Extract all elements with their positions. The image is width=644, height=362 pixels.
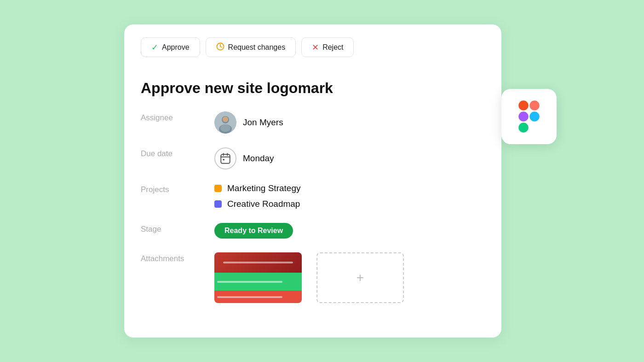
action-bar: ✓ Approve Request changes ✕ Reject	[124, 24, 501, 66]
svg-point-5	[220, 124, 230, 132]
due-date-text: Monday	[243, 153, 274, 163]
thumb-line-3	[217, 296, 282, 298]
approve-label: Approve	[162, 43, 190, 52]
stage-row: Stage Ready to Review	[141, 223, 485, 239]
assignee-row: Assignee	[141, 111, 485, 134]
svg-rect-12	[529, 100, 539, 110]
thumb-line-2	[217, 281, 282, 283]
add-icon: +	[356, 270, 364, 285]
request-changes-label: Request changes	[228, 43, 286, 52]
reject-label: Reject	[322, 43, 343, 52]
reject-button[interactable]: ✕ Reject	[301, 37, 354, 57]
stage-badge[interactable]: Ready to Review	[214, 223, 293, 239]
thumb-mid	[214, 273, 302, 291]
project-name-marketing: Marketing Strategy	[227, 183, 300, 193]
due-date-row: Due date Monday	[141, 147, 485, 169]
project-item-creative: Creative Roadmap	[214, 199, 300, 209]
reject-icon: ✕	[312, 43, 319, 52]
svg-rect-10	[223, 159, 224, 160]
request-changes-button[interactable]: Request changes	[206, 37, 296, 57]
thumb-top	[214, 252, 302, 273]
approve-icon: ✓	[151, 43, 158, 52]
project-dot-yellow	[214, 185, 222, 192]
projects-row: Projects Marketing Strategy Creative Roa…	[141, 183, 485, 209]
attachment-thumbnail[interactable]	[214, 252, 302, 303]
svg-rect-15	[518, 123, 528, 132]
stage-label: Stage	[141, 223, 214, 234]
svg-rect-6	[221, 155, 230, 164]
thumb-bottom	[214, 291, 302, 304]
project-dot-blue	[214, 200, 222, 208]
due-date-label: Due date	[141, 147, 214, 158]
stage-value: Ready to Review	[214, 223, 293, 239]
assignee-label: Assignee	[141, 111, 214, 123]
figma-icon	[512, 100, 546, 133]
request-icon	[216, 42, 224, 52]
projects-list: Marketing Strategy Creative Roadmap	[214, 183, 300, 209]
avatar	[214, 111, 236, 134]
svg-rect-13	[518, 111, 528, 121]
projects-label: Projects	[141, 183, 214, 194]
calendar-icon	[214, 147, 236, 169]
due-date-value: Monday	[214, 147, 274, 169]
main-card: ✓ Approve Request changes ✕ Reject	[124, 24, 501, 338]
project-name-creative: Creative Roadmap	[227, 199, 300, 209]
task-content: Approve new site logomark Assignee	[124, 66, 501, 333]
svg-rect-11	[518, 100, 528, 110]
svg-point-4	[223, 117, 228, 122]
task-title: Approve new site logomark	[141, 79, 485, 97]
approve-button[interactable]: ✓ Approve	[141, 37, 200, 57]
attachments-row: Attachments +	[141, 252, 485, 303]
attachments-area: +	[214, 252, 404, 303]
figma-card	[501, 89, 557, 144]
add-attachment-button[interactable]: +	[316, 252, 404, 303]
attachments-label: Attachments	[141, 252, 214, 263]
assignee-name: Jon Myers	[243, 117, 283, 128]
thumb-line-1	[223, 262, 293, 263]
svg-point-14	[529, 111, 539, 121]
project-item-marketing: Marketing Strategy	[214, 183, 300, 193]
assignee-value: Jon Myers	[214, 111, 283, 134]
